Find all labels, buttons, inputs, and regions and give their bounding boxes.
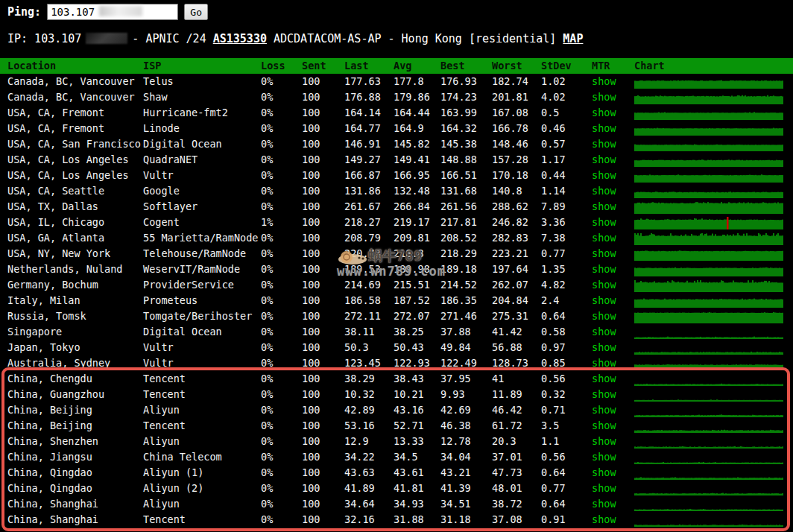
cell-worst: 38.72 (492, 496, 541, 512)
cell-loss: 0% (261, 465, 302, 481)
ping-sparkline-chart (634, 230, 786, 246)
cell-sent: 100 (302, 512, 344, 528)
cell-isp: WeservIT/RamNode (143, 262, 261, 277)
mtr-show-link[interactable]: show (592, 107, 616, 118)
cell-location: USA, CA, Fremont (7, 105, 143, 121)
mtr-show-link[interactable]: show (592, 200, 616, 212)
cell-best: 34.51 (440, 496, 492, 512)
ping-input-wrap (47, 4, 178, 20)
cell-last: 10.32 (344, 387, 394, 402)
ping-sparkline-chart (634, 215, 786, 230)
mtr-show-link[interactable]: show (592, 435, 616, 447)
cell-isp: Tencent (143, 371, 261, 387)
cell-last: 50.3 (344, 340, 394, 355)
cell-sent: 100 (302, 277, 344, 293)
table-body: Canada, BC, Vancouver Telus 0% 100 177.6… (0, 74, 793, 528)
cell-best: 214.52 (440, 277, 492, 293)
table-row: USA, CA, Los Angeles Vultr 0% 100 166.87… (0, 168, 793, 183)
cell-sent: 100 (302, 121, 344, 136)
cell-location: China, Qingdao (7, 465, 143, 481)
mtr-show-link[interactable]: show (592, 482, 616, 494)
mtr-show-link[interactable]: show (592, 169, 616, 181)
cell-best: 186.35 (440, 293, 492, 308)
cell-stdev: 3.5 (541, 418, 592, 434)
cell-stdev: 3.36 (541, 215, 592, 230)
table-row: China, Beijing Tencent 0% 100 53.16 52.7… (0, 418, 793, 434)
ping-sparkline-chart (634, 74, 786, 89)
cell-isp: Vultr (143, 168, 261, 183)
mtr-show-link[interactable]: show (592, 294, 616, 306)
cell-sent: 100 (302, 371, 344, 387)
cell-isp: Aliyun (143, 434, 261, 449)
mtr-show-link[interactable]: show (592, 279, 616, 291)
cell-loss: 0% (261, 340, 302, 355)
cell-sent: 100 (302, 293, 344, 308)
cell-sent: 100 (302, 496, 344, 512)
table-row: China, Shenzhen Aliyun 0% 100 12.9 13.33… (0, 434, 793, 449)
mtr-show-link[interactable]: show (592, 185, 616, 197)
ping-sparkline-chart (634, 465, 786, 481)
header-cell-avg: Avg (394, 58, 440, 74)
cell-sent: 100 (302, 481, 344, 496)
cell-loss: 0% (261, 371, 302, 387)
mtr-show-link[interactable]: show (592, 138, 616, 150)
cell-avg: 219.17 (394, 215, 440, 230)
cell-location: China, Shanghai (7, 496, 143, 512)
cell-stdev: 0.77 (541, 481, 592, 496)
mtr-show-link[interactable]: show (592, 466, 616, 478)
cell-last: 149.27 (344, 152, 394, 168)
cell-best: 148.88 (440, 152, 492, 168)
table-row: Singapore Digital Ocean 0% 100 38.11 38.… (0, 324, 793, 340)
ping-sparkline-chart (634, 168, 786, 183)
cell-sent: 100 (302, 324, 344, 340)
mtr-show-link[interactable]: show (592, 75, 616, 87)
cell-best: 164.32 (440, 121, 492, 136)
table-row: China, Beijing Aliyun 0% 100 42.89 43.16… (0, 402, 793, 418)
go-button[interactable]: Go (184, 4, 208, 20)
mtr-show-link[interactable]: show (592, 122, 616, 134)
header-cell-stdev: StDev (541, 58, 592, 74)
mtr-show-link[interactable]: show (592, 310, 616, 322)
cell-location: Canada, BC, Vancouver (7, 74, 143, 89)
mtr-show-link[interactable]: show (592, 263, 616, 275)
mtr-show-link[interactable]: show (592, 357, 616, 369)
header-cell-isp: ISP (143, 58, 261, 74)
mtr-show-link[interactable]: show (592, 247, 616, 259)
packet-loss-marker (727, 217, 729, 229)
mtr-show-link[interactable]: show (592, 513, 616, 525)
cell-stdev: 7.38 (541, 230, 592, 246)
mtr-show-link[interactable]: show (592, 232, 616, 244)
cell-stdev: 0.64 (541, 496, 592, 512)
cell-last: 208.79 (344, 230, 394, 246)
table-row: USA, CA, Los Angeles QuadraNET 0% 100 14… (0, 152, 793, 168)
mtr-show-link[interactable]: show (592, 153, 616, 165)
cell-sent: 100 (302, 465, 344, 481)
map-link[interactable]: MAP (563, 32, 583, 45)
ping-sparkline-chart (634, 402, 786, 418)
cell-sent: 100 (302, 246, 344, 262)
mtr-show-link[interactable]: show (592, 498, 616, 510)
table-row: Japan, Tokyo Vultr 0% 100 50.3 50.43 49.… (0, 340, 793, 355)
mtr-show-link[interactable]: show (592, 91, 616, 103)
cell-best: 217.81 (440, 215, 492, 230)
mtr-show-link[interactable]: show (592, 451, 616, 463)
mtr-show-link[interactable]: show (592, 373, 616, 384)
cell-worst: 275.31 (492, 308, 541, 324)
cell-best: 46.38 (440, 418, 492, 434)
mtr-show-link[interactable]: show (592, 326, 616, 338)
cell-location: Germany, Bochum (7, 277, 143, 293)
cell-isp: Telus (143, 74, 261, 89)
mtr-show-link[interactable]: show (592, 216, 616, 228)
cell-best: 37.88 (440, 324, 492, 340)
cell-location: China, Jiangsu (7, 449, 143, 465)
ip-prefix: IP: 103.107 (7, 32, 81, 45)
cell-last: 42.89 (344, 402, 394, 418)
as-number-link[interactable]: AS135330 (213, 32, 267, 45)
ping-sparkline-chart (634, 89, 786, 105)
mtr-show-link[interactable]: show (592, 388, 616, 400)
mtr-show-link[interactable]: show (592, 341, 616, 353)
cell-stdev: 0.56 (541, 371, 592, 387)
mtr-show-link[interactable]: show (592, 404, 616, 416)
mtr-show-link[interactable]: show (592, 419, 616, 431)
cell-best: 43.21 (440, 465, 492, 481)
